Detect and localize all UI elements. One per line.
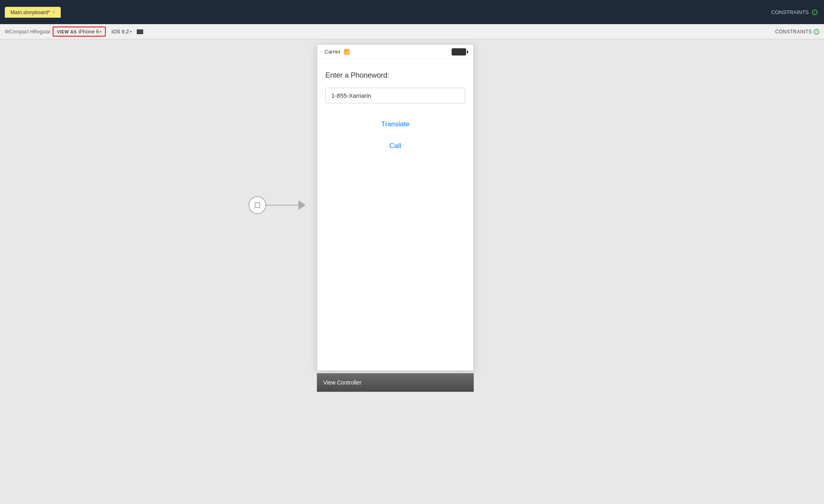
constraints-label-top: CONSTRAINTS xyxy=(771,9,809,15)
constraints-label: CONSTRAINTS xyxy=(775,29,812,35)
traits-label: WCompact HRegular xyxy=(5,29,50,35)
carrier-area: Carrier 📶 xyxy=(325,49,350,55)
view-as-label: VIEW AS xyxy=(57,29,77,34)
toolbar-right: CONSTRAINTS + xyxy=(771,9,818,15)
wifi-icon: 📶 xyxy=(344,49,350,55)
iphone-content: Enter a Phoneword: Translate Call xyxy=(317,59,473,163)
entry-arrow xyxy=(249,196,306,214)
secondary-bar: WCompact HRegular VIEW AS iPhone 6 ▾ iOS… xyxy=(0,24,824,39)
tab-title: Main.storyboard* xyxy=(10,9,50,15)
view-controller-bar: View Controller xyxy=(317,373,474,392)
canvas: Carrier 📶 Enter a Phoneword: Translate C… xyxy=(0,39,824,504)
call-button[interactable]: Call xyxy=(325,137,465,155)
constraints-add-icon[interactable]: + xyxy=(812,9,818,15)
iphone-selector[interactable]: iPhone 6 ▾ xyxy=(78,29,102,35)
constraints-button[interactable]: CONSTRAINTS + xyxy=(775,29,819,35)
entry-arrow-line xyxy=(266,205,298,206)
entry-arrow-circle xyxy=(249,196,266,214)
view-as-box: VIEW AS iPhone 6 ▾ xyxy=(53,27,106,37)
top-bar: Main.storyboard* × CONSTRAINTS + xyxy=(0,0,824,24)
tab-area: Main.storyboard* × xyxy=(5,7,61,18)
ios-selector[interactable]: iOS 9.2 ▾ xyxy=(111,29,132,35)
entry-arrow-head xyxy=(298,200,306,210)
view-controller-label: View Controller xyxy=(323,379,362,386)
constraints-green-icon: + xyxy=(814,29,819,35)
iphone-frame: Carrier 📶 Enter a Phoneword: Translate C… xyxy=(317,44,474,371)
phoneword-input[interactable] xyxy=(325,88,465,103)
size-icon xyxy=(137,29,143,34)
battery-icon xyxy=(452,48,466,56)
tab-storyboard[interactable]: Main.storyboard* × xyxy=(5,7,61,18)
ios-label: iOS 9.2 xyxy=(111,29,129,35)
status-bar: Carrier 📶 xyxy=(317,45,473,59)
translate-button[interactable]: Translate xyxy=(325,115,465,133)
ios-chevron-icon: ▾ xyxy=(130,30,132,34)
iphone-chevron-icon: ▾ xyxy=(100,30,102,34)
iphone-label: iPhone 6 xyxy=(78,29,99,35)
tab-close-icon[interactable]: × xyxy=(52,10,55,14)
carrier-text: Carrier xyxy=(325,49,341,55)
phoneword-label: Enter a Phoneword: xyxy=(325,71,465,80)
entry-arrow-square xyxy=(255,202,260,208)
